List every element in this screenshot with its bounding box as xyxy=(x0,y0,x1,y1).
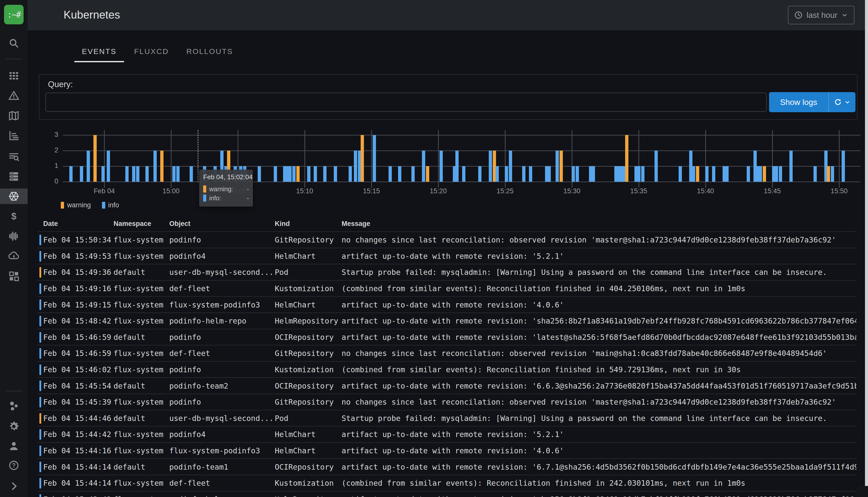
info-bar[interactable] xyxy=(505,166,508,182)
info-bar[interactable] xyxy=(754,151,757,182)
info-bar[interactable] xyxy=(334,166,337,182)
info-bar[interactable] xyxy=(655,151,658,182)
warning-bar[interactable] xyxy=(560,151,563,182)
info-bar[interactable] xyxy=(723,166,726,182)
info-bar[interactable] xyxy=(314,166,317,182)
table-row[interactable]: Feb 04 15:44:42flux-systempodinfo4HelmCh… xyxy=(38,426,856,443)
info-bar[interactable] xyxy=(258,166,261,182)
info-bar[interactable] xyxy=(422,151,425,182)
warning-bar[interactable] xyxy=(94,135,97,182)
table-row[interactable]: Feb 04 15:46:59flux-systemdef-fleetGitRe… xyxy=(38,345,856,362)
info-bar[interactable] xyxy=(80,166,83,182)
sidebar-item-help[interactable]: ? xyxy=(0,458,28,473)
info-bar[interactable] xyxy=(107,151,110,182)
legend-item-info[interactable]: info xyxy=(102,201,119,209)
info-bar[interactable] xyxy=(456,151,459,182)
show-logs-button[interactable]: Show logs xyxy=(769,92,828,112)
info-bar[interactable] xyxy=(283,166,286,182)
table-row[interactable]: Feb 04 15:44:46defaultuser-db-mysql-seco… xyxy=(38,410,856,427)
table-row[interactable]: Feb 04 15:46:02flux-systempodinfoKustomi… xyxy=(38,362,856,378)
tab-events[interactable]: EVENTS xyxy=(82,47,116,62)
info-bar[interactable] xyxy=(634,166,638,182)
info-bar[interactable] xyxy=(172,166,176,182)
info-bar[interactable] xyxy=(495,166,499,182)
warning-bar[interactable] xyxy=(696,166,699,182)
table-row[interactable]: Feb 04 15:44:14defaultpodinfo-team1OCIRe… xyxy=(38,459,856,475)
sidebar-item-log-search[interactable] xyxy=(0,150,28,165)
info-bar[interactable] xyxy=(576,166,579,182)
info-bar[interactable] xyxy=(637,166,641,182)
time-range-picker[interactable]: last hour xyxy=(788,6,854,24)
info-bar[interactable] xyxy=(132,166,135,182)
info-bar[interactable] xyxy=(789,151,793,182)
info-bar[interactable] xyxy=(705,166,709,182)
table-row[interactable]: Feb 04 15:43:42flux-systempodinfo-helm-r… xyxy=(38,492,856,497)
info-bar[interactable] xyxy=(509,151,512,182)
sidebar-item-kubernetes[interactable] xyxy=(0,189,28,204)
sidebar-item-cost[interactable]: $ xyxy=(0,210,28,224)
info-bar[interactable] xyxy=(756,166,759,182)
tab-fluxcd[interactable]: FLUXCD xyxy=(134,47,169,62)
info-bar[interactable] xyxy=(136,166,139,182)
warning-bar[interactable] xyxy=(763,166,766,182)
info-bar[interactable] xyxy=(307,166,310,182)
warning-bar[interactable] xyxy=(160,151,164,182)
info-bar[interactable] xyxy=(286,166,289,182)
info-bar[interactable] xyxy=(453,166,456,182)
info-bar[interactable] xyxy=(813,166,817,182)
table-row[interactable]: Feb 04 15:49:16flux-systemdef-fleetKusto… xyxy=(38,281,856,297)
info-bar[interactable] xyxy=(641,166,644,182)
info-bar[interactable] xyxy=(692,166,695,182)
info-bar[interactable] xyxy=(145,166,149,182)
info-bar[interactable] xyxy=(779,166,782,182)
table-row[interactable]: Feb 04 15:45:39flux-systempodinfoGitRepo… xyxy=(38,394,856,410)
table-row[interactable]: Feb 04 15:50:34flux-systempodinfoGitRepo… xyxy=(38,232,856,248)
info-bar[interactable] xyxy=(725,166,729,182)
info-bar[interactable] xyxy=(274,166,277,182)
info-bar[interactable] xyxy=(354,151,357,182)
info-bar[interactable] xyxy=(620,166,623,182)
sidebar-item-settings[interactable] xyxy=(0,420,28,434)
refresh-button[interactable] xyxy=(828,92,855,112)
sidebar-item-profile[interactable] xyxy=(0,439,28,454)
info-bar[interactable] xyxy=(411,166,415,182)
info-bar[interactable] xyxy=(617,166,620,182)
sidebar-item-plugins[interactable] xyxy=(0,399,28,414)
scrollbar-thumb[interactable] xyxy=(865,0,868,486)
table-row[interactable]: Feb 04 15:44:14flux-systemdef-fleetKusto… xyxy=(38,475,856,492)
info-bar[interactable] xyxy=(389,166,392,182)
info-bar[interactable] xyxy=(614,166,618,182)
info-bar[interactable] xyxy=(323,166,326,182)
info-bar[interactable] xyxy=(292,166,296,182)
sidebar-item-servers[interactable] xyxy=(0,170,28,184)
table-row[interactable]: Feb 04 15:44:16flux-systemflux-system-po… xyxy=(38,443,856,459)
info-bar[interactable] xyxy=(101,166,105,182)
info-bar[interactable] xyxy=(556,151,559,182)
info-bar[interactable] xyxy=(775,166,778,182)
table-row[interactable]: Feb 04 15:45:54defaultpodinfo-team2OCIRe… xyxy=(38,378,856,394)
table-row[interactable]: Feb 04 15:49:36defaultuser-db-mysql-seco… xyxy=(38,264,856,281)
sidebar-item-alerting[interactable] xyxy=(0,89,28,103)
info-bar[interactable] xyxy=(759,166,762,182)
info-bar[interactable] xyxy=(358,151,361,182)
info-bar[interactable] xyxy=(288,166,292,182)
info-bar[interactable] xyxy=(349,166,352,182)
info-bar[interactable] xyxy=(87,151,90,182)
info-bar[interactable] xyxy=(545,166,548,182)
info-bar[interactable] xyxy=(589,166,592,182)
info-bar[interactable] xyxy=(529,166,532,182)
info-bar[interactable] xyxy=(824,151,828,182)
info-bar[interactable] xyxy=(547,166,551,182)
warning-bar[interactable] xyxy=(625,135,628,182)
table-row[interactable]: Feb 04 15:49:53flux-systempodinfo4HelmCh… xyxy=(38,248,856,265)
info-bar[interactable] xyxy=(712,166,715,182)
info-bar[interactable] xyxy=(572,166,575,182)
sidebar-item-expand[interactable] xyxy=(0,480,28,494)
info-bar[interactable] xyxy=(489,151,492,182)
warning-bar[interactable] xyxy=(361,135,364,182)
info-bar[interactable] xyxy=(772,166,775,182)
info-bar[interactable] xyxy=(678,166,682,182)
info-bar[interactable] xyxy=(398,166,401,182)
info-bar[interactable] xyxy=(522,166,526,182)
info-bar[interactable] xyxy=(373,135,376,182)
